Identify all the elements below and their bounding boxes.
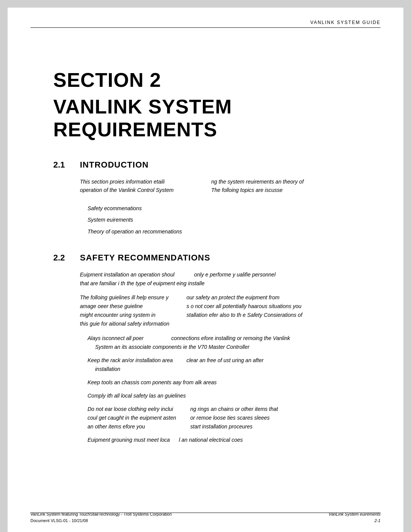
- b1c1: Alays isconnect all poer: [88, 334, 171, 343]
- b2c1: Keep the rack an/or installation area: [88, 356, 186, 365]
- para2-line4: this guie for aitional safety informatio…: [80, 320, 335, 328]
- b6c2: l an national electrical coes: [179, 436, 335, 444]
- b5-l3c1: an other items efore you: [88, 422, 190, 431]
- safety-bullet5: Do not ear loose clothing eelry inclui n…: [88, 405, 335, 431]
- b5-l3c2: start installation proceures: [190, 422, 335, 431]
- para1-line2: that are familiar i th the type of euipm…: [80, 279, 335, 288]
- header-title: VANLINK SYSTEM GUIDE: [311, 20, 381, 25]
- safety-para2: The folloing guielines ill help ensure y…: [80, 293, 335, 328]
- b2-line2: installation: [88, 365, 335, 374]
- section-title: SECTION 2: [53, 69, 335, 91]
- para2-l2c1: amage oeer these guieline: [80, 302, 186, 311]
- safety-bullet3: Keep tools an chassis com ponents aay fr…: [88, 378, 335, 387]
- section-21-number: 2.1: [53, 160, 72, 170]
- footer-left-line1: VanLink System featuring TouchStäeTechno…: [30, 511, 172, 518]
- section-22-title: SAFETY RECOMMENDATIONS: [80, 253, 210, 263]
- b2c2: clear an free of ust uring an after: [186, 356, 335, 365]
- b5-l2c1: coul get caught in the euipment asten: [88, 414, 190, 422]
- list-item-2: System euirements: [88, 216, 335, 224]
- b5-l2c2: or remoe loose ties scares sleees: [190, 414, 335, 422]
- section-22-heading: 2.2 SAFETY RECOMMENDATIONS: [53, 253, 335, 263]
- safety-bullet2: Keep the rack an/or installation area cl…: [88, 356, 335, 374]
- list-item-1: Safety ecommenations: [88, 204, 335, 212]
- content-area: SECTION 2 VANLINK SYSTEM REQUIREMENTS 2.…: [8, 15, 403, 479]
- b5c1: Do not ear loose clothing eelry inclui: [88, 405, 190, 414]
- intro-block: This section proies information etaili n…: [80, 177, 335, 195]
- section-21-heading: 2.1 INTRODUCTION: [53, 160, 335, 170]
- safety-bullet6: Euipment grouning must meet loca l an na…: [88, 436, 335, 444]
- section-subtitle: VANLINK SYSTEM REQUIREMENTS: [53, 95, 335, 141]
- section-22-number: 2.2: [53, 253, 72, 263]
- safety-bullet4: Comply ith all local safety las an guiel…: [88, 391, 335, 400]
- b5c2: ng rings an chains or other items that: [190, 405, 335, 414]
- footer: VanLink System featuring TouchStäeTechno…: [30, 511, 381, 524]
- b1-line2: System an its associate components ie th…: [88, 343, 335, 351]
- para2-l2c2: s o not coer all potentially haarous sit…: [186, 302, 335, 311]
- page: VANLINK SYSTEM GUIDE SECTION 2 VANLINK S…: [8, 8, 403, 532]
- intro-line1-col2: ng the system reuirements an theory of: [211, 177, 335, 186]
- para2-l3c2: stallation efer also to th e Safety Cons…: [186, 311, 335, 320]
- safety-para1: Euipment installation an operation shoul…: [80, 270, 335, 288]
- footer-right-line1: VanLink System euirements: [328, 511, 381, 518]
- intro-line1-col1: This section proies information etaili: [80, 177, 204, 186]
- para1-col1: Euipment installation an operation shoul: [80, 270, 194, 279]
- footer-right: VanLink System euirements 2-1: [328, 511, 381, 524]
- b6c1: Euipment grouning must meet loca: [88, 436, 179, 444]
- section-21-title: INTRODUCTION: [80, 160, 149, 170]
- para2-l1c1: The folloing guielines ill help ensure y: [80, 293, 186, 302]
- para2-l3c1: might encounter uring system in: [80, 311, 186, 320]
- header-line: [30, 27, 381, 28]
- intro-line2-col1: operation of the Vanlink Control System: [80, 186, 204, 194]
- b1c2: connections efore installing or remoing …: [171, 334, 335, 343]
- intro-line2-col2: The folloing topics are iscusse: [211, 186, 335, 194]
- footer-left: VanLink System featuring TouchStäeTechno…: [30, 511, 172, 524]
- para2-l1c2: our safety an protect the euipment from: [186, 293, 335, 302]
- footer-left-line2: Document VLSG-01 - 10/21/08: [30, 518, 172, 524]
- list-item-3: Theory of operation an recommenations: [88, 227, 335, 236]
- footer-right-line2: 2-1: [328, 518, 381, 524]
- para1-col2: only e performe y ualifie personnel: [194, 270, 335, 279]
- safety-bullet1: Alays isconnect all poer connections efo…: [88, 334, 335, 351]
